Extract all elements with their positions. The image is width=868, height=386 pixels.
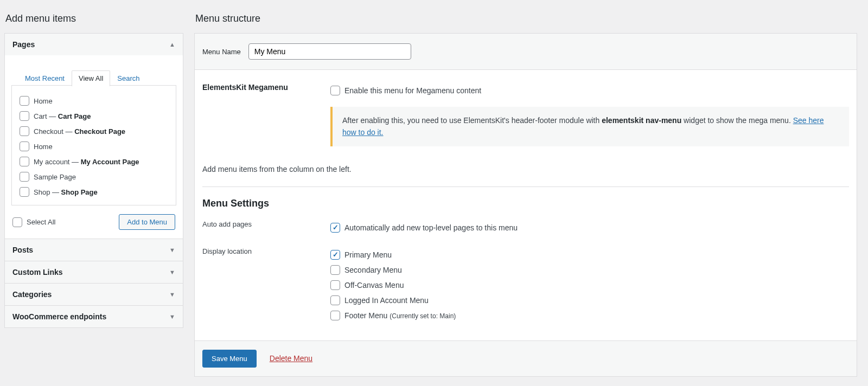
checkbox-icon: [330, 311, 340, 320]
page-item-row[interactable]: Sample Page: [20, 169, 168, 184]
chevron-down-icon: ▼: [169, 247, 175, 253]
checkbox-icon: [330, 295, 340, 305]
add-to-menu-button[interactable]: Add to Menu: [119, 214, 175, 230]
accordion-title: Pages: [12, 40, 35, 49]
accordion-header-categories[interactable]: Categories ▼: [5, 283, 183, 305]
add-items-heading: Add menu items: [5, 13, 183, 24]
left-accordion: Pages ▲ Most Recent View All Search Home…: [4, 33, 183, 328]
pages-tabs: Most Recent View All Search: [11, 61, 176, 86]
megamenu-label: ElementsKit Megamenu: [202, 83, 330, 92]
tab-most-recent[interactable]: Most Recent: [18, 70, 72, 86]
checkbox-icon: [330, 86, 340, 95]
auto-add-checkbox-label: Automatically add new top-level pages to…: [344, 223, 518, 232]
menu-name-input[interactable]: [248, 43, 411, 60]
checkbox-icon: [330, 250, 340, 260]
chevron-down-icon: ▼: [169, 291, 175, 298]
page-item-label: Cart — Cart Page: [34, 112, 91, 120]
chevron-down-icon: ▼: [169, 313, 175, 320]
accordion-title: Categories: [12, 290, 52, 299]
checkbox-icon: [20, 126, 29, 136]
menu-settings-heading: Menu Settings: [202, 198, 849, 209]
accordion-title: Custom Links: [12, 268, 63, 276]
location-checkbox-row[interactable]: Logged In Account Menu: [330, 293, 849, 308]
checkbox-icon: [20, 157, 29, 166]
tab-view-all[interactable]: View All: [72, 70, 110, 86]
location-checkbox-row[interactable]: Secondary Menu: [330, 262, 849, 278]
checkbox-icon: [20, 96, 29, 106]
select-all-label: Select All: [27, 218, 55, 226]
location-label: Off-Canvas Menu: [344, 281, 404, 290]
checkbox-icon: [20, 111, 29, 121]
divider: [202, 186, 849, 187]
checkbox-icon: [12, 217, 22, 227]
auto-add-label: Auto add pages: [202, 220, 330, 228]
checkbox-icon: [20, 141, 29, 151]
note-text-pre: After enabling this, you need to use Ele…: [342, 116, 602, 125]
location-checkbox-row[interactable]: Primary Menu: [330, 247, 849, 262]
accordion-title: WooCommerce endpoints: [12, 312, 106, 321]
page-item-row[interactable]: My account — My Account Page: [20, 154, 168, 169]
checkbox-icon: [20, 172, 29, 182]
accordion-header-custom-links[interactable]: Custom Links ▼: [5, 261, 183, 283]
location-label: Secondary Menu: [344, 266, 402, 274]
checkbox-icon: [330, 280, 340, 290]
checkbox-icon: [330, 223, 340, 233]
page-item-row[interactable]: Home: [20, 139, 168, 154]
menu-structure-heading: Menu structure: [195, 13, 857, 24]
chevron-up-icon: ▲: [169, 41, 175, 48]
select-all-row[interactable]: Select All: [12, 215, 55, 230]
auto-add-checkbox-row[interactable]: Automatically add new top-level pages to…: [330, 220, 849, 235]
tab-search[interactable]: Search: [110, 70, 146, 86]
page-item-row[interactable]: Shop — Shop Page: [20, 184, 168, 200]
location-label: Primary Menu: [344, 250, 392, 259]
accordion-body-pages: Most Recent View All Search HomeCart — C…: [5, 55, 183, 239]
location-label: Footer Menu (Currently set to: Main): [344, 311, 456, 320]
page-item-label: Home: [34, 97, 53, 105]
location-checkbox-row[interactable]: Off-Canvas Menu: [330, 278, 849, 293]
page-item-row[interactable]: Checkout — Checkout Page: [20, 124, 168, 139]
page-item-label: My account — My Account Page: [34, 158, 139, 166]
megamenu-enable-row[interactable]: Enable this menu for Megamenu content: [330, 83, 849, 98]
menu-structure-box: Menu Name ElementsKit Megamenu Enable th…: [194, 33, 857, 377]
page-item-row[interactable]: Home: [20, 93, 168, 108]
location-checkbox-row[interactable]: Footer Menu (Currently set to: Main): [330, 308, 849, 323]
megamenu-note: After enabling this, you need to use Ele…: [330, 107, 849, 146]
note-text-post: widget to show the mega menu.: [681, 116, 793, 125]
menu-name-bar: Menu Name: [195, 34, 857, 70]
page-item-row[interactable]: Cart — Cart Page: [20, 108, 168, 124]
accordion-header-woocommerce[interactable]: WooCommerce endpoints ▼: [5, 305, 183, 327]
accordion-header-pages[interactable]: Pages ▲: [5, 34, 183, 55]
location-label: Logged In Account Menu: [344, 296, 429, 305]
note-text-bold: elementskit nav-menu: [602, 116, 681, 125]
page-item-label: Checkout — Checkout Page: [34, 127, 125, 136]
checkbox-icon: [20, 187, 29, 197]
accordion-header-posts[interactable]: Posts ▼: [5, 239, 183, 261]
save-menu-button[interactable]: Save Menu: [202, 350, 257, 368]
accordion-title: Posts: [12, 246, 33, 254]
delete-menu-link[interactable]: Delete Menu: [270, 354, 312, 363]
checkbox-icon: [330, 265, 340, 275]
page-item-label: Shop — Shop Page: [34, 188, 98, 196]
megamenu-checkbox-label: Enable this menu for Megamenu content: [344, 86, 481, 95]
display-location-label: Display location: [202, 247, 330, 255]
menu-name-label: Menu Name: [202, 48, 241, 56]
pages-list: HomeCart — Cart PageCheckout — Checkout …: [11, 85, 176, 205]
page-item-label: Home: [34, 143, 53, 151]
chevron-down-icon: ▼: [169, 269, 175, 275]
instruction-text: Add menu items from the column on the le…: [202, 165, 849, 173]
page-item-label: Sample Page: [34, 173, 76, 181]
